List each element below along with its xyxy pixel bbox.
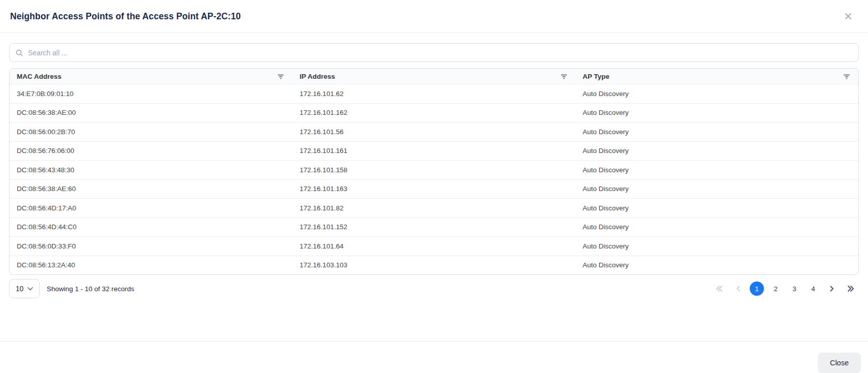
filter-icon[interactable] bbox=[276, 72, 285, 81]
column-label: IP Address bbox=[299, 73, 335, 80]
cell-ap-type: Auto Discovery bbox=[576, 256, 858, 275]
cell-ip: 172.16.103.103 bbox=[292, 256, 575, 275]
cell-ap-type: Auto Discovery bbox=[576, 180, 858, 199]
cell-ip: 172.16.101.158 bbox=[292, 161, 575, 179]
page-button-1[interactable]: 1 bbox=[750, 282, 764, 296]
pagination-bar: 10 Showing 1 - 10 of 32 records 1 2 3 4 bbox=[9, 279, 859, 298]
cell-mac: DC:08:56:4D:17:A0 bbox=[10, 199, 292, 217]
page-size-select[interactable]: 10 bbox=[9, 279, 40, 298]
table-row: 34:E7:0B:09:01:10 172.16.101.62 Auto Dis… bbox=[10, 84, 858, 103]
neighbor-ap-table: MAC Address IP Address AP Type bbox=[9, 68, 859, 275]
table-row: DC:08:56:38:AE:00 172.16.101.162 Auto Di… bbox=[10, 103, 858, 122]
modal-body: MAC Address IP Address AP Type bbox=[0, 33, 868, 335]
page-title: Neighbor Access Points of the Access Poi… bbox=[10, 11, 241, 22]
table-row: DC:08:56:76:06:00 172.16.101.161 Auto Di… bbox=[10, 141, 858, 161]
column-label: AP Type bbox=[583, 73, 610, 80]
column-header-ip-address[interactable]: IP Address bbox=[292, 69, 575, 84]
cell-mac: DC:08:56:38:AE:60 bbox=[10, 180, 292, 199]
search-box bbox=[9, 43, 859, 62]
cell-mac: DC:08:56:00:2B:70 bbox=[10, 122, 292, 141]
page-button-3[interactable]: 3 bbox=[787, 282, 802, 296]
chevron-down-icon bbox=[27, 287, 33, 291]
cell-ip: 172.16.101.82 bbox=[292, 199, 575, 217]
table-row: DC:08:56:4D:44:C0 172.16.101.152 Auto Di… bbox=[10, 217, 858, 237]
table-row: DC:08:56:4D:17:A0 172.16.101.82 Auto Dis… bbox=[10, 198, 858, 217]
column-header-mac-address[interactable]: MAC Address bbox=[10, 69, 292, 84]
search-icon bbox=[15, 49, 23, 57]
neighbor-access-points-modal: Neighbor Access Points of the Access Poi… bbox=[0, 0, 868, 373]
cell-ap-type: Auto Discovery bbox=[576, 161, 858, 179]
cell-mac: DC:08:56:43:48:30 bbox=[10, 161, 292, 179]
cell-ap-type: Auto Discovery bbox=[576, 237, 858, 256]
cell-ap-type: Auto Discovery bbox=[576, 142, 858, 161]
table-row: DC:08:56:0D:33:F0 172.16.101.64 Auto Dis… bbox=[10, 236, 858, 256]
cell-mac: DC:08:56:38:AE:00 bbox=[10, 104, 292, 122]
close-button[interactable]: Close bbox=[818, 353, 861, 373]
table-row: DC:08:56:00:2B:70 172.16.101.56 Auto Dis… bbox=[10, 122, 858, 141]
cell-ip: 172.16.101.162 bbox=[292, 104, 575, 122]
filter-icon[interactable] bbox=[559, 72, 569, 81]
first-page-icon[interactable] bbox=[712, 282, 726, 296]
cell-ip: 172.16.101.161 bbox=[292, 142, 575, 161]
next-page-icon[interactable] bbox=[825, 282, 839, 296]
column-header-ap-type[interactable]: AP Type bbox=[576, 69, 858, 84]
cell-ap-type: Auto Discovery bbox=[576, 218, 858, 237]
cell-ap-type: Auto Discovery bbox=[576, 122, 858, 141]
filter-icon[interactable] bbox=[842, 72, 851, 81]
cell-ip: 172.16.101.56 bbox=[292, 122, 575, 141]
cell-mac: DC:08:56:0D:33:F0 bbox=[10, 237, 292, 256]
table-row: DC:08:56:43:48:30 172.16.101.158 Auto Di… bbox=[10, 160, 858, 179]
table-body: 34:E7:0B:09:01:10 172.16.101.62 Auto Dis… bbox=[10, 84, 858, 274]
prev-page-icon[interactable] bbox=[731, 282, 745, 296]
cell-ip: 172.16.101.64 bbox=[292, 237, 575, 256]
page-button-4[interactable]: 4 bbox=[806, 282, 820, 296]
cell-ip: 172.16.101.163 bbox=[292, 180, 575, 199]
page-button-2[interactable]: 2 bbox=[769, 282, 783, 296]
cell-ip: 172.16.101.152 bbox=[292, 218, 575, 237]
cell-ap-type: Auto Discovery bbox=[576, 199, 858, 217]
cell-ap-type: Auto Discovery bbox=[576, 84, 858, 103]
records-summary: Showing 1 - 10 of 32 records bbox=[47, 285, 135, 293]
modal-header: Neighbor Access Points of the Access Poi… bbox=[0, 0, 868, 33]
last-page-icon[interactable] bbox=[844, 282, 858, 296]
pager: 1 2 3 4 bbox=[712, 282, 858, 296]
cell-mac: DC:08:56:13:2A:40 bbox=[10, 256, 292, 275]
cell-mac: 34:E7:0B:09:01:10 bbox=[10, 84, 292, 103]
table-header: MAC Address IP Address AP Type bbox=[10, 69, 858, 84]
modal-footer: Close bbox=[0, 341, 868, 373]
table-row: DC:08:56:38:AE:60 172.16.101.163 Auto Di… bbox=[10, 179, 858, 199]
cell-mac: DC:08:56:4D:44:C0 bbox=[10, 218, 292, 237]
page-size-value: 10 bbox=[16, 285, 24, 293]
spacer bbox=[9, 298, 859, 335]
cell-ip: 172.16.101.62 bbox=[292, 84, 575, 103]
cell-ap-type: Auto Discovery bbox=[576, 104, 858, 122]
close-icon[interactable] bbox=[843, 11, 854, 22]
table-row: DC:08:56:13:2A:40 172.16.103.103 Auto Di… bbox=[10, 256, 858, 275]
cell-mac: DC:08:56:76:06:00 bbox=[10, 142, 292, 161]
column-label: MAC Address bbox=[17, 73, 61, 80]
search-input[interactable] bbox=[28, 49, 853, 57]
